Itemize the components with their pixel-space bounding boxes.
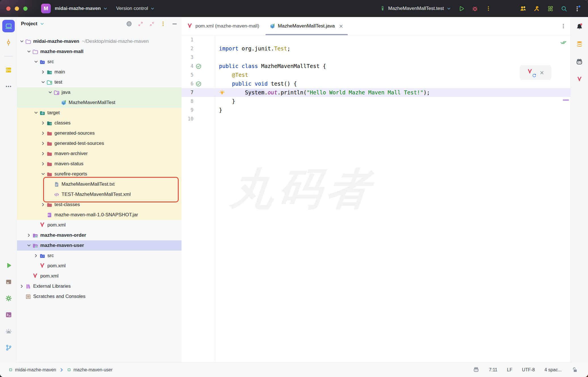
- tree-item-mazhemavenmalltest[interactable]: MazheMavenMallTest: [17, 98, 182, 108]
- tree-item-src[interactable]: src: [17, 57, 182, 67]
- search-everywhere-button[interactable]: [559, 3, 569, 14]
- code-line-7[interactable]: 7 System.out.println("Hello World Mazhe …: [182, 88, 571, 97]
- science-plugin-button[interactable]: [545, 3, 556, 14]
- file-encoding[interactable]: UTF-8: [522, 367, 535, 372]
- zoom-window-button[interactable]: [23, 7, 28, 11]
- code-line-10[interactable]: 10: [182, 115, 571, 123]
- tree-item-pom-xml[interactable]: pom.xml: [17, 220, 182, 230]
- chevron-right-icon[interactable]: [26, 232, 32, 238]
- problems-tool-window-button[interactable]: [2, 325, 15, 337]
- services-tool-window-button[interactable]: [2, 64, 15, 76]
- project-tool-window-button[interactable]: [2, 20, 15, 32]
- tree-item-test-classes[interactable]: test-classes: [17, 200, 182, 210]
- commit-tool-window-button[interactable]: [2, 36, 15, 49]
- tree-item-mazhemavenmalltest-txt[interactable]: MazheMavenMallTest.txt: [17, 179, 182, 189]
- tree-item-pom-xml[interactable]: pom.xml: [17, 271, 182, 281]
- version-control-menu[interactable]: Version control: [116, 6, 155, 11]
- more-tool-windows-button[interactable]: [2, 80, 15, 93]
- close-icon[interactable]: [539, 70, 545, 75]
- tree-item-main[interactable]: main: [17, 67, 182, 77]
- terminal-tool-window-button[interactable]: [2, 308, 15, 321]
- chevron-down-icon[interactable]: [26, 243, 32, 248]
- chevron-down-icon[interactable]: [33, 110, 39, 116]
- chevron-right-icon[interactable]: [40, 151, 46, 156]
- code-with-me-button[interactable]: [518, 3, 528, 14]
- select-opened-file-button[interactable]: [125, 20, 133, 27]
- tree-item-external-libraries[interactable]: External Libraries: [17, 281, 182, 291]
- tree-item-surefire-reports[interactable]: surefire-reports: [17, 169, 182, 179]
- ai-status-icon[interactable]: [473, 367, 479, 373]
- chevron-down-icon[interactable]: [40, 171, 46, 177]
- chevron-right-icon[interactable]: [40, 161, 46, 167]
- run-tool-window-button[interactable]: [2, 259, 15, 272]
- tree-item-generated-test-sources[interactable]: generated-test-sources: [17, 138, 182, 149]
- chevron-right-icon[interactable]: [40, 202, 46, 207]
- code-line-4[interactable]: 4public class MazheMavenMallTest {: [182, 62, 571, 71]
- tree-item-test[interactable]: test: [17, 77, 182, 87]
- chevron-down-icon[interactable]: [40, 79, 46, 85]
- editor-tab-pom-xml-mazhe-maven-mall[interactable]: pom.xml (mazhe-maven-mall): [182, 17, 264, 35]
- caret-position[interactable]: 7:11: [489, 367, 498, 372]
- ai-assistant-tool-window-button[interactable]: [573, 56, 586, 68]
- git-tool-window-button[interactable]: [2, 341, 15, 354]
- chevron-right-icon[interactable]: [40, 69, 46, 75]
- close-tab-icon[interactable]: [338, 24, 344, 29]
- inspections-widget[interactable]: [560, 39, 567, 47]
- chevron-down-icon[interactable]: [47, 90, 53, 95]
- collapse-all-button[interactable]: [148, 20, 155, 27]
- settings-sync-button[interactable]: [2, 292, 15, 304]
- code-line-6[interactable]: 6 public void test() {: [182, 79, 571, 88]
- debug-button[interactable]: [469, 3, 480, 14]
- tools-button[interactable]: [531, 3, 542, 14]
- hide-panel-button[interactable]: [171, 20, 178, 27]
- tree-item-generated-sources[interactable]: generated-sources: [17, 128, 182, 138]
- code-line-2[interactable]: 2import org.junit.Test;: [182, 44, 571, 53]
- chevron-down-icon[interactable]: [33, 59, 39, 65]
- chevron-right-icon[interactable]: [40, 141, 46, 146]
- tree-item-mazhe-maven-order[interactable]: mazhe-maven-order: [17, 230, 182, 240]
- chevron-right-icon[interactable]: [40, 120, 46, 126]
- code-editor[interactable]: 丸码者 12import org.junit.Test;34public cla…: [182, 35, 571, 362]
- main-menu-button[interactable]: [572, 3, 583, 14]
- minimize-window-button[interactable]: [15, 7, 19, 11]
- editor-tab-mazhemavenmalltest-java[interactable]: MazheMavenMallTest.java: [264, 17, 349, 35]
- tree-item-mazhe-maven-mall[interactable]: mazhe-maven-mall: [17, 46, 182, 57]
- tree-item-mazhe-maven-mall-1-0-snapshot-jar[interactable]: mazhe-maven-mall-1.0-SNAPSHOT.jar: [17, 210, 182, 220]
- code-line-5[interactable]: 5 @Test: [182, 71, 571, 79]
- tree-item-pom-xml[interactable]: pom.xml: [17, 261, 182, 271]
- chevron-down-icon[interactable]: [40, 22, 45, 26]
- chevron-right-icon[interactable]: [19, 283, 25, 289]
- test-passed-gutter-icon[interactable]: [195, 63, 202, 70]
- tree-item-test-mazhemavenmalltest-xml[interactable]: TEST-MazheMavenMallTest.xml: [17, 189, 182, 200]
- maven-tool-window-button[interactable]: [573, 73, 586, 86]
- database-tool-window-button[interactable]: [573, 38, 586, 50]
- notifications-button[interactable]: [573, 20, 586, 33]
- code-line-9[interactable]: 9}: [182, 106, 571, 115]
- tree-item-java[interactable]: java: [17, 87, 182, 98]
- tree-item-maven-archiver[interactable]: maven-archiver: [17, 149, 182, 159]
- build-tool-window-button[interactable]: [2, 276, 15, 288]
- code-line-3[interactable]: 3: [182, 53, 571, 62]
- code-line-1[interactable]: 1: [182, 35, 571, 44]
- tree-item-mazhe-maven-user[interactable]: mazhe-maven-user: [17, 240, 182, 251]
- tab-options-button[interactable]: [560, 23, 566, 29]
- project-selector[interactable]: midai-mazhe-maven: [55, 6, 108, 11]
- test-passed-gutter-icon[interactable]: [195, 81, 202, 87]
- code-line-8[interactable]: 8 }: [182, 97, 571, 106]
- chevron-down-icon[interactable]: [19, 39, 25, 44]
- chevron-down-icon[interactable]: [26, 49, 32, 54]
- panel-options-button[interactable]: [159, 20, 167, 27]
- run-configuration-selector[interactable]: MazheMavenMallTest.test: [380, 6, 451, 12]
- tree-item-target[interactable]: target: [17, 108, 182, 118]
- run-button[interactable]: [456, 3, 467, 14]
- maven-reload-button[interactable]: [527, 69, 535, 77]
- line-ending[interactable]: LF: [507, 367, 513, 372]
- expand-all-button[interactable]: [137, 20, 144, 27]
- chevron-right-icon[interactable]: [40, 130, 46, 136]
- tree-item-src[interactable]: src: [17, 251, 182, 261]
- chevron-right-icon[interactable]: [33, 253, 39, 259]
- close-window-button[interactable]: [6, 7, 10, 11]
- lock-icon[interactable]: [571, 367, 578, 373]
- indent-setting[interactable]: 4 spac...: [545, 367, 562, 372]
- tree-item-scratches-and-consoles[interactable]: Scratches and Consoles: [17, 291, 182, 302]
